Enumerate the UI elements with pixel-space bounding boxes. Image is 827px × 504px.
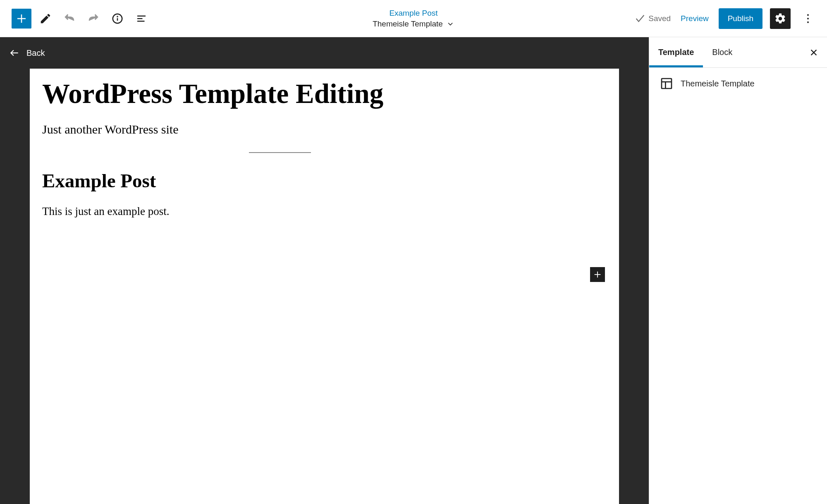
back-label: Back [26, 48, 45, 58]
back-bar[interactable]: Back [0, 37, 649, 69]
gear-icon [774, 12, 786, 25]
site-title[interactable]: WordPress Template Editing [42, 77, 607, 110]
template-info-label: Themeisle Template [681, 79, 755, 88]
canvas-wrapper: WordPress Template Editing Just another … [0, 69, 649, 504]
workspace: Back WordPress Template Editing Just ano… [0, 37, 827, 504]
svg-point-10 [807, 21, 809, 23]
site-tagline[interactable]: Just another WordPress site [42, 122, 607, 136]
settings-button[interactable] [770, 8, 791, 29]
redo-button[interactable] [84, 9, 103, 29]
tab-block[interactable]: Block [703, 37, 741, 67]
check-icon [634, 13, 646, 24]
plus-icon [15, 12, 28, 25]
svg-point-4 [117, 16, 117, 17]
more-vertical-icon [802, 12, 814, 25]
close-sidebar-button[interactable] [806, 45, 821, 60]
redo-icon [87, 12, 100, 25]
tab-template[interactable]: Template [649, 37, 703, 67]
undo-icon [63, 12, 76, 25]
saved-label: Saved [648, 14, 671, 23]
sidebar-tabs: Template Block [649, 37, 827, 68]
toolbar-right-group: Saved Preview Publish [634, 8, 818, 29]
close-icon [809, 48, 818, 57]
chevron-down-icon [446, 20, 454, 28]
inline-add-block-button[interactable] [590, 267, 605, 282]
toolbar-center: Example Post Themeisle Template [373, 9, 454, 29]
list-view-button[interactable] [131, 9, 151, 29]
editor-area: Back WordPress Template Editing Just ano… [0, 37, 649, 504]
editor-canvas[interactable]: WordPress Template Editing Just another … [30, 69, 619, 504]
template-switcher[interactable]: Themeisle Template [373, 19, 454, 29]
post-body[interactable]: This is just an example post. [42, 205, 607, 218]
tools-button[interactable] [36, 9, 55, 29]
svg-rect-16 [662, 79, 672, 88]
plus-icon [593, 270, 602, 279]
template-info-row[interactable]: Themeisle Template [649, 68, 827, 99]
separator-block[interactable] [249, 152, 311, 153]
svg-point-9 [807, 18, 809, 19]
layout-icon [660, 77, 673, 90]
list-view-icon [135, 12, 148, 25]
post-title-link[interactable]: Example Post [389, 9, 437, 18]
top-toolbar: Example Post Themeisle Template Saved Pr… [0, 0, 827, 37]
publish-button[interactable]: Publish [719, 8, 762, 29]
add-block-button[interactable] [12, 9, 31, 29]
more-options-button[interactable] [798, 9, 818, 29]
saved-indicator: Saved [634, 13, 671, 24]
toolbar-left-group [12, 9, 151, 29]
post-heading[interactable]: Example Post [42, 170, 607, 192]
details-button[interactable] [108, 9, 127, 29]
undo-button[interactable] [60, 9, 79, 29]
svg-point-8 [807, 14, 809, 16]
info-icon [111, 12, 124, 25]
arrow-left-icon [9, 48, 20, 58]
settings-sidebar: Template Block Themeisle Template [649, 37, 827, 504]
preview-button[interactable]: Preview [678, 14, 711, 23]
template-switcher-label: Themeisle Template [373, 19, 443, 29]
pencil-icon [39, 12, 52, 25]
